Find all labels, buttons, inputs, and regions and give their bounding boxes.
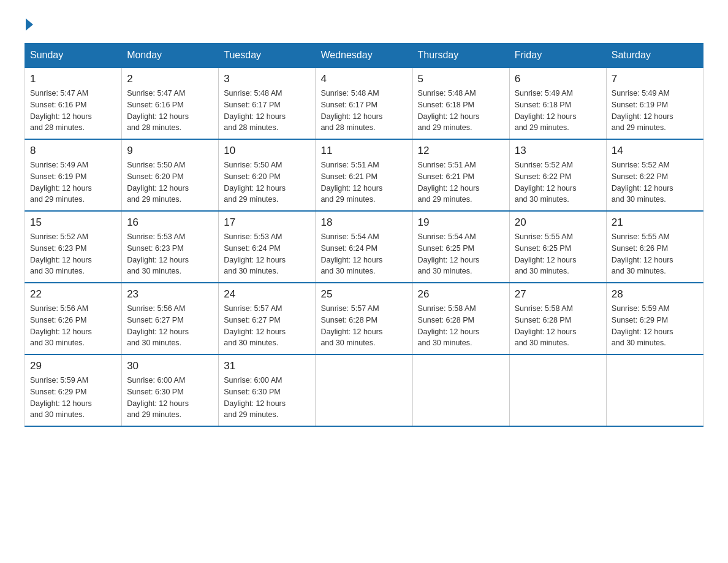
day-info: Sunrise: 5:51 AM Sunset: 6:21 PM Dayligh…: [320, 159, 407, 205]
calendar-cell: 31 Sunrise: 6:00 AM Sunset: 6:30 PM Dayl…: [219, 354, 316, 426]
day-number: 3: [224, 73, 310, 85]
calendar-cell: 15 Sunrise: 5:52 AM Sunset: 6:23 PM Dayl…: [25, 211, 122, 283]
calendar-cell: 8 Sunrise: 5:49 AM Sunset: 6:19 PM Dayli…: [25, 139, 122, 211]
day-number: 1: [30, 73, 116, 85]
day-info: Sunrise: 5:55 AM Sunset: 6:26 PM Dayligh…: [612, 231, 698, 277]
calendar-cell: 1 Sunrise: 5:47 AM Sunset: 6:16 PM Dayli…: [25, 67, 122, 139]
day-header-monday: Monday: [122, 44, 219, 68]
day-number: 31: [224, 360, 310, 372]
calendar-cell: 23 Sunrise: 5:56 AM Sunset: 6:27 PM Dayl…: [122, 283, 219, 354]
day-number: 19: [418, 216, 504, 229]
calendar-cell: 19 Sunrise: 5:54 AM Sunset: 6:25 PM Dayl…: [412, 211, 509, 283]
calendar-cell: 29 Sunrise: 5:59 AM Sunset: 6:29 PM Dayl…: [25, 354, 122, 426]
calendar-cell: 28 Sunrise: 5:59 AM Sunset: 6:29 PM Dayl…: [606, 283, 703, 354]
day-number: 25: [320, 288, 407, 301]
calendar-cell: 30 Sunrise: 6:00 AM Sunset: 6:30 PM Dayl…: [122, 354, 219, 426]
day-number: 28: [612, 288, 698, 301]
day-info: Sunrise: 6:00 AM Sunset: 6:30 PM Dayligh…: [224, 375, 310, 421]
calendar-cell: [412, 354, 509, 426]
day-header-thursday: Thursday: [412, 44, 509, 68]
day-number: 15: [30, 216, 116, 229]
calendar-cell: 14 Sunrise: 5:52 AM Sunset: 6:22 PM Dayl…: [606, 139, 703, 211]
day-number: 29: [30, 360, 116, 372]
day-info: Sunrise: 5:55 AM Sunset: 6:25 PM Dayligh…: [515, 231, 601, 277]
day-info: Sunrise: 5:53 AM Sunset: 6:24 PM Dayligh…: [224, 231, 310, 277]
calendar-cell: 4 Sunrise: 5:48 AM Sunset: 6:17 PM Dayli…: [316, 67, 412, 139]
day-number: 26: [418, 288, 504, 301]
calendar-cell: 17 Sunrise: 5:53 AM Sunset: 6:24 PM Dayl…: [219, 211, 316, 283]
calendar-week-row: 8 Sunrise: 5:49 AM Sunset: 6:19 PM Dayli…: [25, 139, 703, 211]
logo-arrow-icon: [26, 18, 33, 31]
day-number: 14: [612, 145, 698, 157]
day-info: Sunrise: 5:58 AM Sunset: 6:28 PM Dayligh…: [418, 303, 504, 349]
day-info: Sunrise: 5:48 AM Sunset: 6:17 PM Dayligh…: [320, 88, 407, 134]
day-number: 5: [418, 73, 504, 85]
day-number: 24: [224, 288, 310, 301]
day-info: Sunrise: 5:48 AM Sunset: 6:17 PM Dayligh…: [224, 88, 310, 134]
day-number: 30: [127, 360, 213, 372]
calendar-week-row: 1 Sunrise: 5:47 AM Sunset: 6:16 PM Dayli…: [25, 67, 703, 139]
calendar-cell: 24 Sunrise: 5:57 AM Sunset: 6:27 PM Dayl…: [219, 283, 316, 354]
day-info: Sunrise: 5:49 AM Sunset: 6:19 PM Dayligh…: [30, 159, 116, 205]
day-header-saturday: Saturday: [606, 44, 703, 68]
calendar-table: SundayMondayTuesdayWednesdayThursdayFrid…: [25, 43, 703, 427]
calendar-cell: 3 Sunrise: 5:48 AM Sunset: 6:17 PM Dayli…: [219, 67, 316, 139]
day-info: Sunrise: 5:56 AM Sunset: 6:26 PM Dayligh…: [30, 303, 116, 349]
day-info: Sunrise: 6:00 AM Sunset: 6:30 PM Dayligh…: [127, 375, 213, 421]
calendar-cell: 9 Sunrise: 5:50 AM Sunset: 6:20 PM Dayli…: [122, 139, 219, 211]
day-info: Sunrise: 5:54 AM Sunset: 6:24 PM Dayligh…: [320, 231, 407, 277]
calendar-cell: 11 Sunrise: 5:51 AM Sunset: 6:21 PM Dayl…: [316, 139, 412, 211]
calendar-week-row: 15 Sunrise: 5:52 AM Sunset: 6:23 PM Dayl…: [25, 211, 703, 283]
day-number: 22: [30, 288, 116, 301]
day-info: Sunrise: 5:50 AM Sunset: 6:20 PM Dayligh…: [224, 159, 310, 205]
calendar-cell: 27 Sunrise: 5:58 AM Sunset: 6:28 PM Dayl…: [509, 283, 606, 354]
calendar-cell: 10 Sunrise: 5:50 AM Sunset: 6:20 PM Dayl…: [219, 139, 316, 211]
day-number: 13: [515, 145, 601, 157]
day-info: Sunrise: 5:52 AM Sunset: 6:23 PM Dayligh…: [30, 231, 116, 277]
day-number: 9: [127, 145, 213, 157]
day-info: Sunrise: 5:53 AM Sunset: 6:23 PM Dayligh…: [127, 231, 213, 277]
day-info: Sunrise: 5:59 AM Sunset: 6:29 PM Dayligh…: [612, 303, 698, 349]
calendar-cell: 20 Sunrise: 5:55 AM Sunset: 6:25 PM Dayl…: [509, 211, 606, 283]
day-number: 11: [320, 145, 407, 157]
logo: [25, 18, 34, 31]
day-number: 20: [515, 216, 601, 229]
day-info: Sunrise: 5:52 AM Sunset: 6:22 PM Dayligh…: [612, 159, 698, 205]
calendar-cell: 18 Sunrise: 5:54 AM Sunset: 6:24 PM Dayl…: [316, 211, 412, 283]
day-info: Sunrise: 5:47 AM Sunset: 6:16 PM Dayligh…: [127, 88, 213, 134]
day-number: 16: [127, 216, 213, 229]
day-info: Sunrise: 5:50 AM Sunset: 6:20 PM Dayligh…: [127, 159, 213, 205]
day-info: Sunrise: 5:57 AM Sunset: 6:27 PM Dayligh…: [224, 303, 310, 349]
day-number: 4: [320, 73, 407, 85]
day-info: Sunrise: 5:48 AM Sunset: 6:18 PM Dayligh…: [418, 88, 504, 134]
day-number: 2: [127, 73, 213, 85]
calendar-week-row: 29 Sunrise: 5:59 AM Sunset: 6:29 PM Dayl…: [25, 354, 703, 426]
page-header: [25, 18, 703, 31]
calendar-cell: 25 Sunrise: 5:57 AM Sunset: 6:28 PM Dayl…: [316, 283, 412, 354]
day-header-sunday: Sunday: [25, 44, 122, 68]
day-number: 23: [127, 288, 213, 301]
calendar-cell: 21 Sunrise: 5:55 AM Sunset: 6:26 PM Dayl…: [606, 211, 703, 283]
calendar-cell: 22 Sunrise: 5:56 AM Sunset: 6:26 PM Dayl…: [25, 283, 122, 354]
day-number: 27: [515, 288, 601, 301]
calendar-cell: 5 Sunrise: 5:48 AM Sunset: 6:18 PM Dayli…: [412, 67, 509, 139]
day-info: Sunrise: 5:52 AM Sunset: 6:22 PM Dayligh…: [515, 159, 601, 205]
calendar-cell: [606, 354, 703, 426]
day-number: 10: [224, 145, 310, 157]
calendar-cell: 6 Sunrise: 5:49 AM Sunset: 6:18 PM Dayli…: [509, 67, 606, 139]
calendar-header-row: SundayMondayTuesdayWednesdayThursdayFrid…: [25, 44, 703, 68]
calendar-cell: [509, 354, 606, 426]
day-info: Sunrise: 5:56 AM Sunset: 6:27 PM Dayligh…: [127, 303, 213, 349]
day-header-friday: Friday: [509, 44, 606, 68]
calendar-cell: 12 Sunrise: 5:51 AM Sunset: 6:21 PM Dayl…: [412, 139, 509, 211]
calendar-cell: [316, 354, 412, 426]
calendar-cell: 13 Sunrise: 5:52 AM Sunset: 6:22 PM Dayl…: [509, 139, 606, 211]
day-info: Sunrise: 5:54 AM Sunset: 6:25 PM Dayligh…: [418, 231, 504, 277]
day-number: 21: [612, 216, 698, 229]
day-info: Sunrise: 5:58 AM Sunset: 6:28 PM Dayligh…: [515, 303, 601, 349]
day-info: Sunrise: 5:51 AM Sunset: 6:21 PM Dayligh…: [418, 159, 504, 205]
calendar-cell: 2 Sunrise: 5:47 AM Sunset: 6:16 PM Dayli…: [122, 67, 219, 139]
day-number: 12: [418, 145, 504, 157]
day-info: Sunrise: 5:57 AM Sunset: 6:28 PM Dayligh…: [320, 303, 407, 349]
calendar-cell: 7 Sunrise: 5:49 AM Sunset: 6:19 PM Dayli…: [606, 67, 703, 139]
